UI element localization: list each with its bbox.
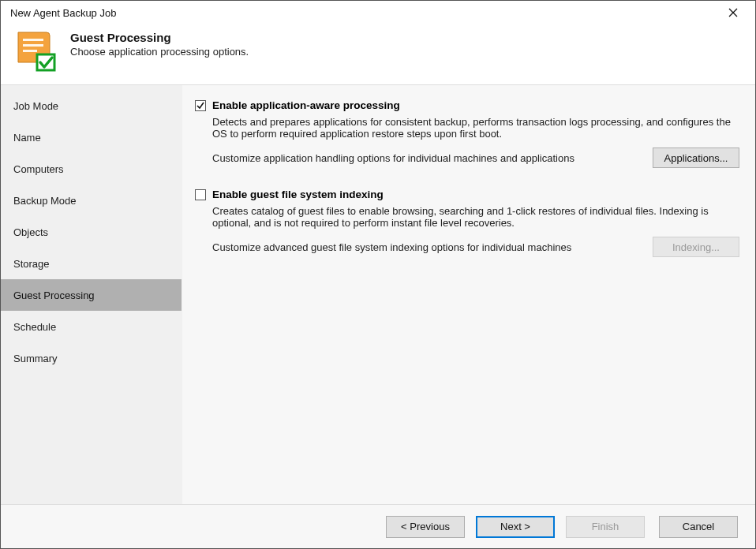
footer: < Previous Next > Finish Cancel <box>1 504 755 548</box>
page-subtitle: Choose application processing options. <box>70 46 249 58</box>
cancel-button[interactable]: Cancel <box>659 516 738 538</box>
sidebar-step-schedule[interactable]: Schedule <box>1 311 182 342</box>
option-app-aware-desc: Detects and prepares applications for co… <box>212 116 739 140</box>
sidebar-step-storage[interactable]: Storage <box>1 248 182 279</box>
sidebar-steps: Job Mode Name Computers Backup Mode Obje… <box>1 85 182 504</box>
page-title: Guest Processing <box>70 31 249 44</box>
wizard-icon <box>13 29 58 73</box>
option-indexing: Enable guest file system indexing Create… <box>195 189 739 257</box>
checkbox-app-aware[interactable] <box>195 100 206 111</box>
sidebar-step-backup-mode[interactable]: Backup Mode <box>1 185 182 216</box>
body: Job Mode Name Computers Backup Mode Obje… <box>1 85 755 504</box>
option-app-aware-label[interactable]: Enable application-aware processing <box>212 99 400 111</box>
sidebar-step-name[interactable]: Name <box>1 121 182 153</box>
sidebar-step-label: Computers <box>13 163 64 175</box>
sidebar-step-objects[interactable]: Objects <box>1 216 182 248</box>
next-button[interactable]: Next > <box>476 516 555 538</box>
sidebar-step-guest-processing[interactable]: Guest Processing <box>1 279 182 311</box>
checkbox-indexing[interactable] <box>195 189 206 200</box>
sidebar-step-label: Guest Processing <box>13 289 95 301</box>
svg-rect-2 <box>23 39 43 41</box>
svg-rect-4 <box>23 50 37 52</box>
sidebar-step-label: Schedule <box>13 321 56 333</box>
checkmark-icon <box>196 102 204 110</box>
sidebar-step-label: Backup Mode <box>13 195 77 207</box>
dialog-window: New Agent Backup Job Guest Processing Ch… <box>0 0 756 549</box>
option-indexing-customize-text: Customize advanced guest file system ind… <box>212 241 643 253</box>
previous-button[interactable]: < Previous <box>386 516 465 538</box>
sidebar-step-summary[interactable]: Summary <box>1 342 182 374</box>
close-button[interactable] <box>717 1 749 24</box>
window-title: New Agent Backup Job <box>10 7 116 19</box>
sidebar-step-label: Job Mode <box>13 100 58 112</box>
applications-button[interactable]: Applications... <box>653 148 739 168</box>
sidebar-step-label: Name <box>13 132 41 144</box>
option-indexing-desc: Creates catalog of guest files to enable… <box>212 205 739 229</box>
sidebar-step-computers[interactable]: Computers <box>1 153 182 185</box>
sidebar-step-job-mode[interactable]: Job Mode <box>1 90 182 121</box>
svg-rect-3 <box>23 44 43 47</box>
sidebar-step-label: Objects <box>13 226 48 238</box>
header: Guest Processing Choose application proc… <box>1 24 755 85</box>
close-icon <box>728 8 738 17</box>
indexing-button: Indexing... <box>653 237 739 257</box>
sidebar-step-label: Summary <box>13 353 58 364</box>
option-app-aware-customize-text: Customize application handling options f… <box>212 152 643 164</box>
content-panel: Enable application-aware processing Dete… <box>182 85 755 504</box>
header-text: Guest Processing Choose application proc… <box>70 29 249 58</box>
titlebar: New Agent Backup Job <box>1 1 755 24</box>
option-app-aware: Enable application-aware processing Dete… <box>195 99 739 168</box>
finish-button: Finish <box>566 516 645 538</box>
sidebar-step-label: Storage <box>13 258 50 270</box>
option-indexing-label[interactable]: Enable guest file system indexing <box>212 189 384 200</box>
